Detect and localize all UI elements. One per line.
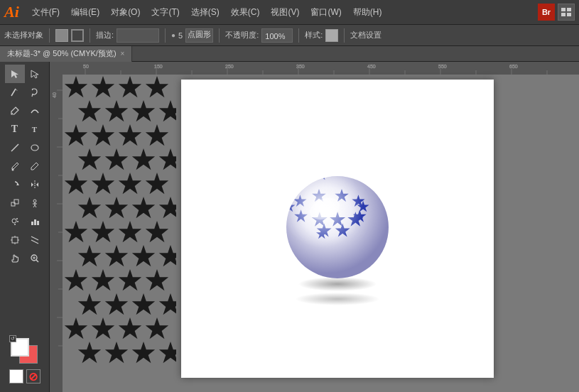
sep6 [344, 28, 345, 43]
type-icon: T [11, 124, 18, 135]
none-icon[interactable]: ⊘ [26, 369, 40, 383]
svg-marker-14 [16, 183, 19, 185]
menu-text[interactable]: 文字(T) [146, 0, 185, 25]
svg-text:550: 550 [438, 64, 447, 69]
svg-line-38 [31, 240, 38, 244]
fill-color-icon[interactable] [9, 369, 23, 383]
arrow-icon [10, 69, 20, 79]
menu-effect[interactable]: 效果(C) [225, 0, 266, 25]
svg-point-79 [298, 277, 377, 291]
svg-rect-65 [50, 62, 63, 392]
svg-text:250: 250 [225, 64, 234, 69]
svg-rect-3 [567, 13, 571, 16]
magic-wand-icon [10, 87, 20, 97]
svg-marker-5 [31, 70, 38, 78]
svg-line-6 [11, 89, 16, 96]
color-swatches: ↺ ⊘ [9, 335, 40, 389]
sep1 [49, 28, 50, 43]
opacity-value[interactable]: 100% [261, 28, 293, 43]
svg-line-37 [31, 236, 38, 240]
svg-text:650: 650 [509, 64, 518, 69]
pen-icon [10, 106, 20, 116]
artboard-tool[interactable] [5, 231, 25, 249]
type-tool[interactable]: T [5, 120, 25, 138]
fill-swatch[interactable] [55, 29, 68, 42]
stroke-icon-btn[interactable] [71, 29, 84, 42]
svg-line-8 [32, 94, 33, 97]
sphere-shadow [295, 293, 380, 305]
artboard-icon [10, 235, 20, 245]
no-selection-label: 未选择对象 [4, 30, 43, 40]
svg-rect-0 [561, 8, 566, 11]
stroke-label: 描边: [96, 30, 114, 40]
touch-type-tool[interactable]: T [25, 120, 45, 138]
svg-point-25 [12, 219, 16, 223]
style-label: 样式: [305, 30, 323, 40]
line-tool[interactable] [5, 138, 25, 157]
slice-tool[interactable] [25, 231, 45, 249]
pencil-icon [30, 161, 40, 171]
column-graph-tool[interactable] [25, 212, 45, 231]
ruler-v-svg: 40 [50, 62, 63, 392]
dot-count-label: 5 [178, 31, 183, 40]
hand-tool[interactable] [5, 249, 25, 268]
selection-tool[interactable] [5, 65, 25, 83]
shape-select[interactable]: 点圆形 [185, 28, 213, 43]
paintbrush-tool[interactable] [5, 157, 25, 175]
tool-row-type: T T [0, 120, 49, 138]
tool-row-artboard [0, 231, 49, 249]
menu-view[interactable]: 视图(V) [265, 0, 305, 25]
curvature-icon [30, 106, 40, 116]
free-transform-tool[interactable] [25, 194, 45, 212]
menu-object[interactable]: 对象(O) [105, 0, 146, 25]
style-swatch[interactable] [325, 29, 338, 42]
sep4 [219, 28, 220, 43]
main-area: T T [0, 62, 579, 392]
bar-chart-icon [30, 217, 40, 227]
pen-tool[interactable] [5, 102, 25, 120]
rotate-tool[interactable] [5, 175, 25, 194]
pencil-tool[interactable] [25, 157, 45, 175]
zoom-tool[interactable] [25, 249, 45, 268]
svg-point-96 [286, 176, 389, 278]
scale-tool[interactable] [5, 194, 25, 212]
ellipse-icon [30, 143, 40, 153]
menu-window[interactable]: 窗口(W) [305, 0, 347, 25]
tab-title: 未标题-3* @ 50% (CMYK/预览) [7, 48, 117, 59]
svg-line-10 [11, 144, 18, 151]
direct-selection-tool[interactable] [25, 65, 45, 83]
ellipse-tool[interactable] [25, 138, 45, 157]
workspace-icon[interactable] [558, 4, 575, 21]
tool-row-arrows [0, 65, 49, 83]
svg-point-26 [16, 218, 18, 219]
tab-close-button[interactable]: × [121, 50, 125, 58]
symbol-sprayer-tool[interactable] [5, 212, 25, 231]
toolpanel: T T [0, 62, 50, 392]
hand-icon [10, 254, 20, 263]
menu-help[interactable]: 帮助(H) [347, 0, 388, 25]
document-tab[interactable]: 未标题-3* @ 50% (CMYK/预览) × [0, 46, 132, 62]
menu-file[interactable]: 文件(F) [26, 0, 65, 25]
tool-row-transform [0, 175, 49, 194]
svg-rect-43 [50, 62, 579, 75]
lasso-tool[interactable] [25, 83, 45, 102]
svg-line-40 [36, 260, 38, 262]
tool-row-pen2 [0, 102, 49, 120]
color-defaults-area[interactable]: ↺ [9, 335, 40, 366]
svg-marker-16 [31, 183, 33, 187]
menu-edit[interactable]: 编辑(E) [65, 0, 105, 25]
ai-logo-icon: Ai [4, 4, 19, 20]
menubar: Ai 文件(F) 编辑(E) 对象(O) 文字(T) 选择(S) 效果(C) 视… [0, 0, 579, 25]
magic-wand-tool[interactable] [5, 83, 25, 102]
reset-colors-icon[interactable]: ↺ [9, 335, 16, 342]
fill-stroke-row: ⊘ [9, 369, 40, 383]
artboard [181, 80, 494, 378]
star-pattern-svg [63, 75, 176, 380]
vertical-ruler: 40 [50, 62, 63, 392]
stroke-value[interactable] [117, 28, 159, 43]
curvature-tool[interactable] [25, 102, 45, 120]
reflect-tool[interactable] [25, 175, 45, 194]
opacity-label: 不透明度: [225, 30, 259, 40]
doc-settings-label[interactable]: 文档设置 [350, 30, 382, 40]
menu-select[interactable]: 选择(S) [185, 0, 225, 25]
